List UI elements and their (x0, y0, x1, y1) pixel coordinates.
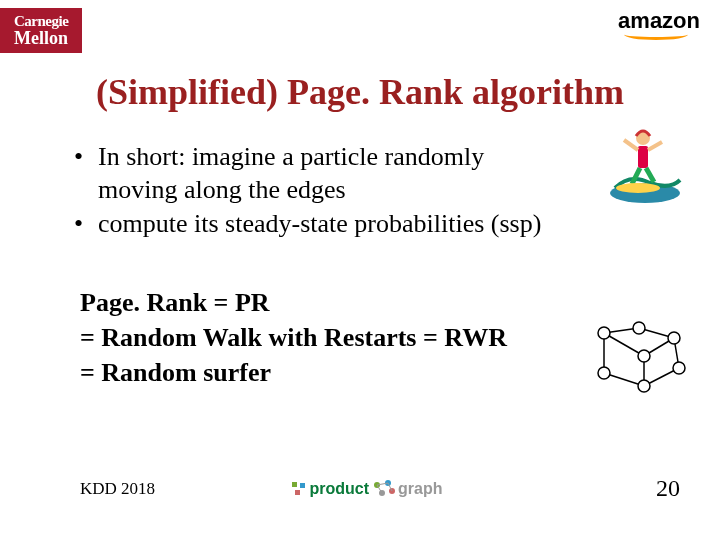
svg-line-14 (604, 333, 644, 356)
svg-point-19 (668, 332, 680, 344)
svg-rect-25 (300, 483, 305, 488)
svg-point-21 (638, 380, 650, 392)
cmu-logo-line2: Mellon (14, 29, 68, 47)
equation-line: = Random Walk with Restarts = RWR (80, 320, 660, 355)
slide-title: (Simplified) Page. Rank algorithm (0, 71, 720, 113)
bullet-item: compute its steady-state probabilities (… (80, 208, 660, 241)
cmu-logo-line1: Carnegie (14, 14, 68, 29)
footer-conference: KDD 2018 (80, 479, 155, 499)
svg-rect-24 (292, 482, 297, 487)
product-graph-text1: product (310, 480, 370, 498)
equations-block: Page. Rank = PR = Random Walk with Resta… (80, 285, 660, 390)
svg-point-23 (638, 350, 650, 362)
amazon-logo: amazon (618, 8, 700, 42)
graph-dots-icon (372, 479, 396, 499)
cmu-logo: Carnegie Mellon (0, 8, 82, 53)
bullet-list: In short: imagine a particle randomly mo… (80, 141, 660, 241)
page-number: 20 (656, 475, 680, 502)
svg-point-22 (598, 367, 610, 379)
product-graph-text2: graph (398, 480, 442, 498)
bullet-item: In short: imagine a particle randomly mo… (80, 141, 560, 206)
svg-rect-26 (295, 490, 300, 495)
svg-point-20 (673, 362, 685, 374)
product-graph-logo: product graph (289, 479, 443, 499)
svg-point-18 (633, 322, 645, 334)
product-graph-icon (290, 480, 308, 498)
network-graph-icon (584, 318, 694, 398)
equation-line: Page. Rank = PR (80, 285, 660, 320)
svg-point-17 (598, 327, 610, 339)
equation-line: = Random surfer (80, 355, 660, 390)
